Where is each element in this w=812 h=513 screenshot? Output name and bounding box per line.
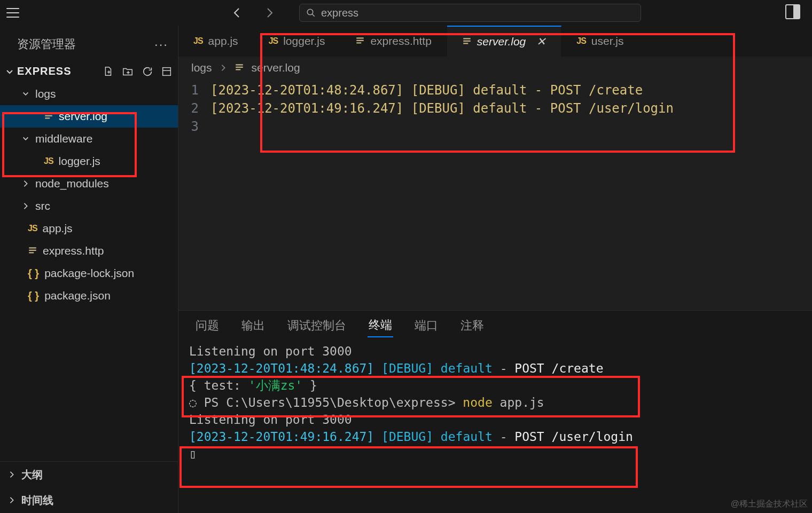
- panel-tab[interactable]: 问题: [194, 314, 220, 337]
- terminal-line: Listening on port 3000: [189, 344, 352, 358]
- tree-item-label: express.http: [43, 244, 104, 257]
- lines-icon: [355, 36, 365, 46]
- close-icon[interactable]: ✕: [536, 35, 546, 48]
- breadcrumb[interactable]: logs server.log: [178, 57, 812, 79]
- editor-tab[interactable]: express.http: [340, 26, 447, 57]
- terminal-arg: app.js: [500, 396, 544, 409]
- terminal-cmd: node: [463, 396, 499, 409]
- bottom-panel: 问题输出调试控制台终端端口注释 Listening on port 3000 […: [178, 310, 812, 513]
- tree-folder[interactable]: logs: [0, 83, 178, 105]
- panel-tab[interactable]: 输出: [240, 314, 266, 337]
- terminal-channel: default: [441, 430, 493, 444]
- editor-tab[interactable]: server.log✕: [447, 26, 561, 57]
- terminal-msg: POST /user/login: [514, 430, 633, 444]
- tree-file[interactable]: express.http: [0, 240, 178, 262]
- panel-tab[interactable]: 终端: [368, 314, 393, 337]
- sidebar-bottom-sections: 大纲时间线: [0, 461, 178, 513]
- tree-item-label: package.json: [44, 289, 111, 302]
- js-icon: JS: [28, 224, 37, 233]
- title-bar: express: [0, 0, 812, 26]
- svg-point-0: [307, 9, 313, 15]
- tree-file[interactable]: { }package-lock.json: [0, 262, 178, 285]
- command-search-input[interactable]: express: [299, 4, 641, 22]
- panel-tab[interactable]: 端口: [413, 314, 439, 337]
- sidebar-section[interactable]: 大纲: [0, 462, 178, 487]
- terminal-line: Listening on port 3000: [189, 413, 352, 427]
- refresh-icon[interactable]: [142, 66, 153, 77]
- tree-folder[interactable]: src: [0, 195, 178, 217]
- terminal-cursor: ▯: [189, 447, 197, 461]
- watermark: @稀土掘金技术社区: [731, 499, 808, 510]
- tree-file[interactable]: server.log: [0, 105, 178, 128]
- explorer-sidebar: 资源管理器 ··· EXPRESS logsserver.logmiddlewa…: [0, 26, 178, 513]
- sidebar-section[interactable]: 时间线: [0, 487, 178, 513]
- line-gutter: 123: [178, 81, 210, 310]
- terminal-str: '小满zs': [248, 378, 302, 392]
- explorer-more-button[interactable]: ···: [154, 37, 168, 52]
- tab-label: app.js: [208, 35, 238, 48]
- new-folder-icon[interactable]: [121, 66, 134, 77]
- tree-folder[interactable]: middleware: [0, 128, 178, 150]
- editor-tabs: JSapp.jsJSlogger.jsexpress.httpserver.lo…: [178, 26, 812, 57]
- tree-item-label: server.log: [59, 110, 107, 123]
- chevron-right-icon: [220, 64, 227, 72]
- tree-item-label: middleware: [35, 132, 92, 145]
- tree-file[interactable]: { }package.json: [0, 285, 178, 307]
- project-name: EXPRESS: [17, 65, 71, 77]
- explorer-title: 资源管理器: [17, 36, 76, 52]
- editor-area[interactable]: 123 [2023-12-20T01:48:24.867] [DEBUG] de…: [178, 79, 812, 310]
- nav-forward-icon[interactable]: [263, 6, 276, 19]
- terminal[interactable]: Listening on port 3000 [2023-12-20T01:48…: [178, 341, 812, 513]
- app-menu-button[interactable]: [6, 8, 19, 18]
- editor-tab[interactable]: JSuser.js: [561, 26, 639, 57]
- svg-rect-1: [163, 67, 171, 75]
- tab-label: server.log: [477, 35, 526, 48]
- sidebar-section-label: 时间线: [21, 493, 53, 508]
- lines-icon: [235, 63, 244, 73]
- tree-item-label: package-lock.json: [44, 267, 134, 280]
- lines-icon: [28, 246, 37, 256]
- terminal-prompt: PS C:\Users\11955\Desktop\express>: [204, 396, 463, 409]
- chevron-down-icon: [22, 135, 29, 143]
- js-icon: JS: [269, 36, 278, 46]
- code-content: [2023-12-20T01:48:24.867] [DEBUG] defaul…: [210, 81, 812, 310]
- terminal-ts: [2023-12-20T01:49:16.247]: [189, 430, 374, 444]
- file-tree: logsserver.logmiddlewareJSlogger.jsnode_…: [0, 83, 178, 307]
- terminal-channel: default: [441, 361, 493, 375]
- terminal-level: [DEBUG]: [381, 361, 433, 375]
- panel-tab[interactable]: 注释: [459, 314, 485, 337]
- editor-tab[interactable]: JSapp.js: [178, 26, 254, 57]
- tab-label: express.http: [370, 35, 431, 48]
- panel-tab[interactable]: 调试控制台: [286, 314, 347, 337]
- tree-file[interactable]: JSapp.js: [0, 217, 178, 240]
- chevron-down-icon: [5, 67, 14, 76]
- chevron-right-icon: [8, 496, 15, 504]
- chevron-right-icon: [22, 180, 29, 187]
- tree-item-label: logger.js: [59, 155, 100, 168]
- chevron-right-icon: [22, 202, 29, 210]
- chevron-right-icon: [8, 471, 15, 478]
- terminal-msg: POST /create: [514, 361, 603, 375]
- braces-icon: { }: [28, 290, 39, 302]
- terminal-ts: [2023-12-20T01:48:24.867]: [189, 361, 374, 375]
- layout-toggle-button[interactable]: [785, 4, 800, 19]
- collapse-icon[interactable]: [161, 66, 173, 77]
- editor-tab[interactable]: JSlogger.js: [254, 26, 341, 57]
- project-header[interactable]: EXPRESS: [0, 62, 178, 83]
- tree-file[interactable]: JSlogger.js: [0, 150, 178, 172]
- braces-icon: { }: [28, 267, 39, 280]
- search-icon: [306, 8, 316, 18]
- tree-item-label: app.js: [43, 222, 73, 235]
- tab-label: logger.js: [283, 35, 325, 48]
- tab-label: user.js: [591, 35, 624, 48]
- sidebar-section-label: 大纲: [21, 468, 43, 482]
- lines-icon: [462, 37, 472, 46]
- breadcrumb-folder: logs: [191, 61, 212, 74]
- nav-back-icon[interactable]: [231, 6, 244, 19]
- chevron-down-icon: [22, 90, 29, 98]
- panel-tabs: 问题输出调试控制台终端端口注释: [178, 311, 812, 341]
- js-icon: JS: [576, 36, 586, 46]
- tree-folder[interactable]: node_modules: [0, 172, 178, 195]
- new-file-icon[interactable]: [102, 66, 114, 77]
- js-icon: JS: [193, 36, 203, 46]
